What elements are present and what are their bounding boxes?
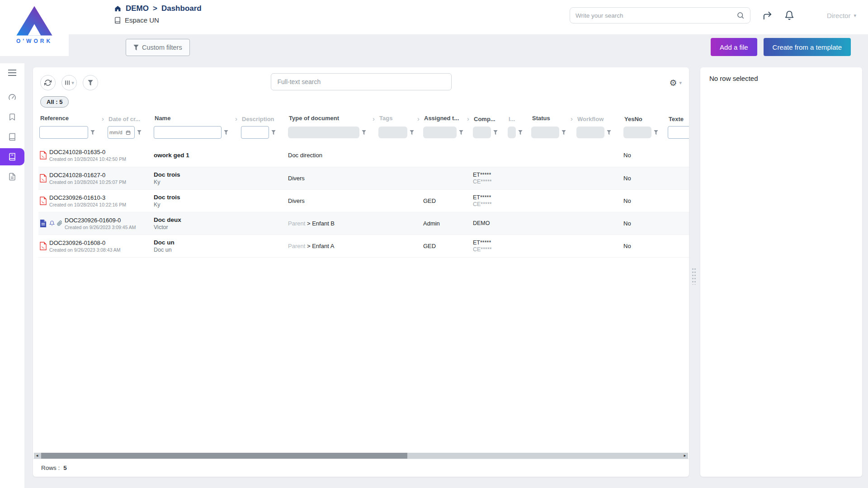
refresh-button[interactable] xyxy=(40,75,56,90)
grid-toolbar: ▾ ⚙ ▾ xyxy=(33,67,689,94)
column-header-name[interactable]: Name› xyxy=(153,112,240,124)
columns-icon xyxy=(64,80,71,86)
scroll-left-arrow-icon[interactable]: ◄ xyxy=(34,453,40,459)
workflow-filter-select[interactable] xyxy=(576,127,604,138)
share-button[interactable] xyxy=(762,10,773,21)
documents-grid-card: ▾ ⚙ ▾ All : 5 Reference› Date xyxy=(33,67,689,477)
document-subtitle: Doc un xyxy=(154,247,237,253)
name-filter-input[interactable] xyxy=(154,126,222,139)
horizontal-scrollbar-thumb[interactable] xyxy=(41,453,407,459)
sidebar-item-files[interactable] xyxy=(2,168,23,185)
column-header-type[interactable]: Type of document› xyxy=(287,112,377,124)
cell-assigned: GED xyxy=(422,189,472,212)
table-row[interactable]: DOC230926-01610-3 Created on 10/28/2024 … xyxy=(38,189,689,212)
sidebar-item-ged-active[interactable] xyxy=(0,148,24,165)
table-row[interactable]: DOC230926-01609-0 Created on 9/26/2023 3… xyxy=(38,212,689,235)
cell-workflow xyxy=(576,235,623,257)
global-search-input[interactable] xyxy=(576,12,736,19)
custom-filters-button[interactable]: Custom filters xyxy=(126,39,190,56)
cell-workflow xyxy=(576,189,623,212)
user-role-label: Director xyxy=(827,12,851,19)
filter-funnel-icon[interactable] xyxy=(137,130,142,135)
yesno-value: No xyxy=(623,175,631,182)
filter-funnel-icon[interactable] xyxy=(654,130,658,135)
search-icon[interactable] xyxy=(736,11,745,19)
owork-logo-mark xyxy=(14,5,55,37)
company-filter-select[interactable] xyxy=(473,127,491,138)
horizontal-scrollbar[interactable]: ◄ ► xyxy=(34,453,688,459)
app-logo[interactable]: O'WORK xyxy=(0,0,69,56)
user-menu[interactable]: Director ▾ xyxy=(827,12,856,19)
home-icon[interactable] xyxy=(114,5,122,12)
grid-filter-button[interactable] xyxy=(83,75,98,90)
column-header-assigned[interactable]: Assigned t...› xyxy=(422,112,472,124)
grid-settings-button[interactable]: ⚙ ▾ xyxy=(669,78,682,88)
cell-yesno: No xyxy=(623,235,667,257)
column-header-yesno[interactable]: YesNo xyxy=(623,112,667,124)
cell-type: Parent > Enfant B xyxy=(287,212,377,235)
fulltext-search-input[interactable] xyxy=(271,73,452,90)
filter-funnel-icon[interactable] xyxy=(362,130,366,135)
gauge-icon xyxy=(8,93,17,102)
column-header-reference[interactable]: Reference› xyxy=(38,112,107,124)
column-header-i[interactable]: I... xyxy=(507,112,530,124)
filter-funnel-icon[interactable] xyxy=(561,130,566,135)
column-header-status[interactable]: Status› xyxy=(530,112,576,124)
column-header-company[interactable]: Comp... xyxy=(472,112,507,124)
column-label: Texte xyxy=(669,116,684,122)
filter-funnel-icon[interactable] xyxy=(493,130,498,135)
breadcrumb-current[interactable]: Dashboard xyxy=(161,4,202,13)
filter-funnel-icon[interactable] xyxy=(90,130,95,135)
column-header-tags[interactable]: Tags› xyxy=(377,112,422,124)
add-file-button[interactable]: Add a file xyxy=(711,38,757,56)
column-header-description[interactable]: Description xyxy=(240,112,287,124)
created-date-text: Created on 10/28/2024 10:42:50 PM xyxy=(49,156,126,162)
i-filter-select[interactable] xyxy=(508,127,516,138)
panel-resize-handle[interactable] xyxy=(692,267,696,285)
date-filter-input[interactable] xyxy=(109,130,125,135)
status-filter-select[interactable] xyxy=(531,127,559,138)
type-name: Enfant A xyxy=(312,243,334,249)
table-row[interactable]: DOC241028-01635-0 Created on 10/28/2024 … xyxy=(38,144,689,167)
type-filter-select[interactable] xyxy=(288,127,359,138)
texte-filter-input[interactable] xyxy=(668,126,689,139)
cell-status xyxy=(530,235,576,257)
sidebar-item-bookmarks[interactable] xyxy=(2,108,23,126)
column-label: Status xyxy=(532,115,550,122)
detail-panel: No row selected xyxy=(700,67,862,477)
column-label: I... xyxy=(509,116,515,122)
grid-footer: Rows : 5 xyxy=(33,459,689,477)
assigned-filter-select[interactable] xyxy=(423,127,457,138)
cell-company: ET*****CE***** xyxy=(472,189,507,212)
attachment-paperclip-icon xyxy=(57,221,62,226)
reference-filter-input[interactable] xyxy=(39,126,88,139)
breadcrumb-root[interactable]: DEMO xyxy=(126,4,149,13)
cell-status xyxy=(530,189,576,212)
calendar-icon[interactable] xyxy=(126,130,131,135)
table-row[interactable]: DOC230926-01608-0 Created on 9/26/2023 3… xyxy=(38,235,689,257)
columns-menu-button[interactable]: ▾ xyxy=(61,75,77,90)
scroll-right-arrow-icon[interactable]: ► xyxy=(682,453,688,459)
filter-funnel-icon[interactable] xyxy=(459,130,463,135)
description-filter-input[interactable] xyxy=(241,126,269,139)
filter-funnel-icon[interactable] xyxy=(518,130,523,135)
tab-all-count[interactable]: All : 5 xyxy=(40,96,69,108)
filter-funnel-icon[interactable] xyxy=(224,130,228,135)
sidebar-item-documents[interactable] xyxy=(2,128,23,145)
menu-toggle-button[interactable] xyxy=(8,70,16,76)
filter-funnel-icon[interactable] xyxy=(607,130,611,135)
filter-funnel-icon[interactable] xyxy=(410,130,414,135)
column-header-texte[interactable]: Texte xyxy=(667,112,689,124)
notifications-button[interactable] xyxy=(784,10,794,20)
filter-funnel-icon[interactable] xyxy=(271,130,276,135)
column-header-workflow[interactable]: Workflow xyxy=(576,112,623,124)
table-row[interactable]: DOC241028-01627-0 Created on 10/28/2024 … xyxy=(38,167,689,189)
journal-active-icon xyxy=(8,153,16,161)
sort-chevron-icon: › xyxy=(571,115,573,122)
tags-filter-select[interactable] xyxy=(378,127,407,138)
create-from-template-button[interactable]: Create from a template xyxy=(764,38,851,56)
yesno-filter-select[interactable] xyxy=(623,127,651,138)
sidebar-item-dashboard[interactable] xyxy=(2,89,23,106)
column-header-date[interactable]: Date of cr... xyxy=(107,112,153,124)
cell-i xyxy=(507,235,530,257)
